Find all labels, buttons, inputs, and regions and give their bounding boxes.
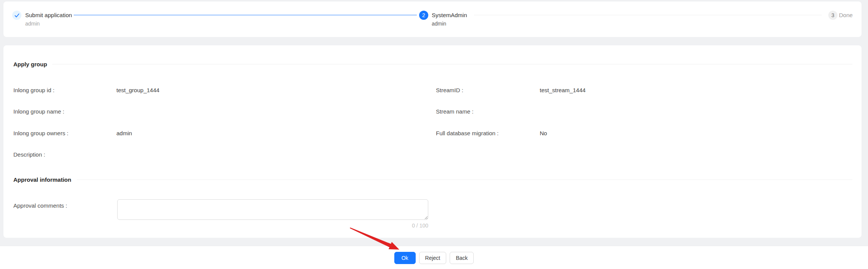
reject-button[interactable]: Reject bbox=[419, 252, 447, 264]
field-value: admin bbox=[116, 130, 132, 136]
step2-title: SystemAdmin bbox=[432, 11, 467, 19]
character-counter: 0 / 100 bbox=[412, 222, 428, 229]
step3-wait-icon: 3 bbox=[828, 11, 837, 20]
application-detail-card: Apply group Inlong group id :test_group_… bbox=[3, 45, 862, 238]
field-inlong-group-name: Inlong group name : bbox=[13, 108, 116, 115]
section-title-apply-group: Apply group bbox=[13, 61, 47, 67]
step-connector-wait bbox=[474, 15, 822, 15]
field-stream-name: Stream name : bbox=[436, 108, 540, 115]
step3-number: 3 bbox=[831, 12, 834, 18]
section-apply-group: Apply group bbox=[13, 61, 852, 67]
field-description: Description : bbox=[13, 151, 116, 159]
section-divider bbox=[77, 179, 852, 180]
step3-title: Done bbox=[839, 11, 853, 19]
field-label: StreamID : bbox=[436, 86, 540, 94]
field-value: test_stream_1444 bbox=[540, 87, 586, 93]
step2-active-icon: 2 bbox=[419, 11, 428, 20]
section-divider bbox=[52, 64, 852, 64]
field-value: No bbox=[540, 130, 547, 136]
field-full-database-migration: Full database migration :No bbox=[436, 130, 547, 137]
field-label: Description : bbox=[13, 151, 116, 159]
field-inlong-group-owners: Inlong group owners :admin bbox=[13, 130, 132, 137]
step1-description: admin bbox=[25, 19, 40, 28]
check-icon bbox=[15, 13, 19, 18]
section-approval-information: Approval information bbox=[13, 176, 852, 183]
action-footer: Ok Reject Back bbox=[0, 246, 868, 269]
step1-title: Submit application bbox=[25, 11, 72, 19]
field-inlong-group-id: Inlong group id :test_group_1444 bbox=[13, 86, 160, 94]
field-label: Full database migration : bbox=[436, 130, 540, 137]
step-connector-finished bbox=[74, 15, 417, 15]
field-label: Inlong group id : bbox=[13, 86, 116, 94]
ok-button[interactable]: Ok bbox=[394, 252, 416, 264]
approval-comments-label: Approval comments : bbox=[13, 202, 67, 210]
section-title-approval-information: Approval information bbox=[13, 176, 71, 183]
field-value: test_group_1444 bbox=[116, 87, 160, 93]
field-stream-id: StreamID :test_stream_1444 bbox=[436, 86, 586, 94]
field-label: Stream name : bbox=[436, 108, 540, 115]
approval-comments-textarea[interactable] bbox=[117, 199, 428, 220]
field-label: Inlong group owners : bbox=[13, 130, 116, 137]
back-button[interactable]: Back bbox=[450, 252, 474, 264]
step2-number: 2 bbox=[422, 12, 425, 18]
step1-finished-icon bbox=[12, 11, 21, 20]
step2-description: admin bbox=[432, 19, 446, 28]
field-label: Inlong group name : bbox=[13, 108, 116, 115]
workflow-steps-card: Submit application admin 2 SystemAdmin a… bbox=[3, 2, 862, 37]
